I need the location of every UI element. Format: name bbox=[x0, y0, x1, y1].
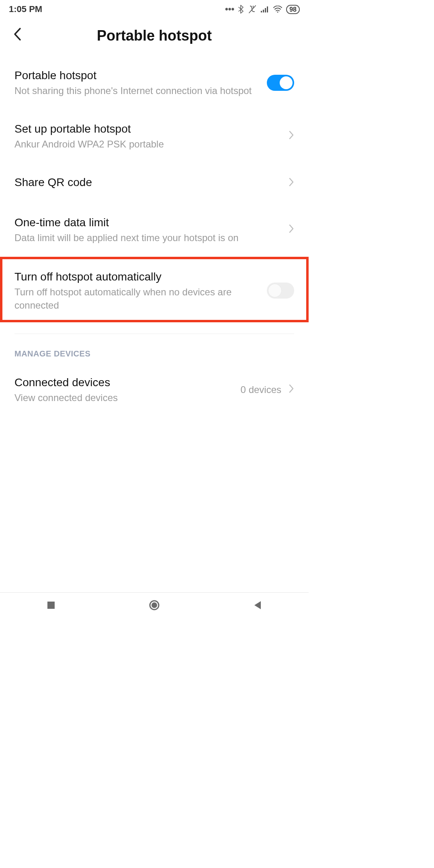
mute-icon bbox=[248, 5, 257, 14]
more-dots-icon: ••• bbox=[225, 4, 234, 14]
row-hotspot-toggle[interactable]: Portable hotspot Not sharing this phone'… bbox=[14, 56, 294, 110]
row-auto-off[interactable]: Turn off hotspot automatically Turn off … bbox=[14, 265, 294, 312]
status-time: 1:05 PM bbox=[9, 4, 42, 14]
back-button[interactable] bbox=[13, 27, 22, 45]
row-title: Share QR code bbox=[14, 175, 281, 190]
nav-home-button[interactable] bbox=[149, 600, 160, 611]
row-title: Connected devices bbox=[14, 375, 233, 390]
chevron-right-icon bbox=[289, 130, 294, 143]
navigation-bar bbox=[0, 592, 309, 617]
row-subtitle: Data limit will be applied next time you… bbox=[14, 231, 281, 244]
connected-devices-count: 0 devices bbox=[241, 384, 281, 395]
section-header-manage: MANAGE DEVICES bbox=[14, 334, 294, 363]
chevron-right-icon bbox=[289, 223, 294, 236]
status-icons: ••• 98 bbox=[225, 4, 300, 14]
chevron-right-icon bbox=[289, 177, 294, 190]
page-title: Portable hotspot bbox=[11, 27, 297, 44]
row-subtitle: View connected devices bbox=[14, 391, 233, 404]
wifi-icon bbox=[273, 6, 283, 13]
nav-back-button[interactable] bbox=[253, 600, 262, 610]
row-title: Portable hotspot bbox=[14, 68, 260, 83]
row-subtitle: Ankur Android WPA2 PSK portable bbox=[14, 138, 281, 151]
svg-point-4 bbox=[277, 12, 278, 13]
row-subtitle: Not sharing this phone's Internet connec… bbox=[14, 84, 260, 97]
row-connected-devices[interactable]: Connected devices View connected devices… bbox=[14, 363, 294, 417]
highlighted-row-container: Turn off hotspot automatically Turn off … bbox=[0, 257, 309, 322]
row-title: One-time data limit bbox=[14, 215, 281, 230]
hotspot-toggle[interactable] bbox=[267, 75, 294, 91]
page-header: Portable hotspot bbox=[0, 18, 309, 56]
triangle-left-icon bbox=[253, 600, 262, 610]
svg-rect-3 bbox=[267, 6, 268, 12]
chevron-right-icon bbox=[289, 383, 294, 396]
row-setup-hotspot[interactable]: Set up portable hotspot Ankur Android WP… bbox=[14, 110, 294, 163]
svg-rect-0 bbox=[261, 11, 262, 12]
circle-icon bbox=[149, 600, 160, 611]
chevron-left-icon bbox=[13, 27, 22, 41]
row-share-qr[interactable]: Share QR code bbox=[14, 163, 294, 203]
signal-icon bbox=[260, 6, 269, 13]
row-data-limit[interactable]: One-time data limit Data limit will be a… bbox=[14, 203, 294, 257]
bluetooth-icon bbox=[238, 5, 244, 14]
battery-level: 98 bbox=[286, 5, 300, 14]
row-subtitle: Turn off hotspot automatically when no d… bbox=[14, 286, 260, 312]
row-title: Turn off hotspot automatically bbox=[14, 270, 260, 284]
auto-off-toggle[interactable] bbox=[267, 283, 294, 299]
nav-recents-button[interactable] bbox=[47, 601, 55, 610]
svg-rect-1 bbox=[263, 10, 264, 12]
row-title: Set up portable hotspot bbox=[14, 122, 281, 136]
svg-rect-5 bbox=[47, 602, 55, 609]
square-icon bbox=[47, 601, 55, 610]
svg-rect-2 bbox=[265, 8, 266, 12]
svg-point-7 bbox=[151, 602, 157, 608]
status-bar: 1:05 PM ••• 98 bbox=[0, 0, 309, 18]
